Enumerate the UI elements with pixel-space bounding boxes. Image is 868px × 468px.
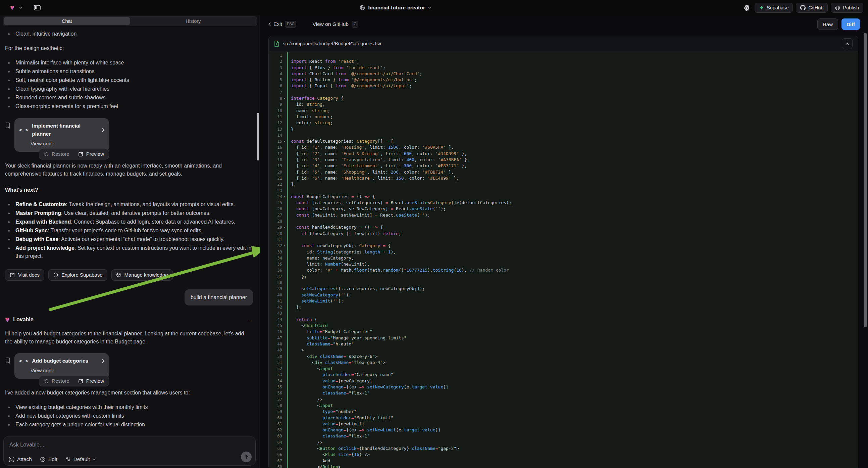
tab-history[interactable]: History (130, 17, 257, 25)
view-code-link[interactable]: View code (31, 367, 104, 375)
code-text: setNewLimit(''); (291, 298, 344, 304)
bookmark-icon[interactable] (5, 353, 10, 364)
chat-message-list[interactable]: Clean, intuitive navigationFor the desig… (0, 28, 258, 436)
lovable-avatar: ♥ (5, 316, 10, 324)
code-line: 27 const [newLimit, setNewLimit] = React… (269, 212, 858, 218)
restore-button[interactable]: Restore (44, 150, 69, 158)
project-switcher[interactable]: financial-future-creator (360, 0, 432, 16)
line-number: 30 (269, 231, 282, 237)
code-line: 63 className="flex-1" (269, 433, 858, 439)
code-diff-view[interactable]: 12import React from 'react';3import { Pl… (269, 52, 858, 468)
code-line: 53 placeholder="Category name" (269, 372, 858, 378)
code-text: id: String(categories.length + 1), (291, 249, 396, 255)
chevron-down-icon[interactable] (19, 7, 23, 9)
code-text: const [newLimit, setNewLimit] = React.us… (291, 212, 430, 218)
diff-added-bar (287, 273, 288, 280)
diff-added-bar (287, 175, 288, 181)
chat-input-box[interactable]: Ask Lovable... Attach Edit Default (3, 436, 256, 466)
chat-input-placeholder[interactable]: Ask Lovable... (9, 441, 44, 448)
line-number: 23 (269, 188, 282, 194)
chip-manage-knowledge[interactable]: Manage knowledge (112, 269, 173, 281)
line-number: 11 (269, 114, 282, 120)
fold-chevron-icon[interactable]: ▾ (282, 95, 287, 101)
tab-chat[interactable]: Chat (4, 17, 130, 25)
code-text: const BudgetCategories = () => { (291, 194, 375, 200)
view-code-link[interactable]: View code (31, 140, 104, 148)
code-line: 21 { id: '6', name: 'Healthcare', limit:… (269, 175, 858, 181)
code-text: return ( (291, 317, 317, 323)
code-text: { id: '6', name: 'Healthcare', limit: 15… (291, 175, 459, 181)
bubble-icon (53, 272, 58, 277)
code-text: className="h-auto" (291, 341, 354, 347)
line-number: 39 (269, 286, 282, 292)
mode-select[interactable]: Default (65, 456, 96, 462)
chat-scrollbar[interactable] (257, 113, 259, 160)
message-heading: What's next? (5, 186, 253, 194)
line-number: 2 (269, 58, 282, 64)
diff-added-bar (287, 397, 288, 403)
fold-chevron-icon[interactable]: ▾ (282, 224, 287, 230)
restore-button[interactable]: Restore (44, 377, 69, 385)
code-line: 15▾const defaultCategories: Category[] =… (269, 138, 858, 144)
fold-gutter (282, 433, 287, 439)
diff-added-bar (287, 237, 288, 243)
message-menu-button[interactable]: ... (247, 316, 253, 324)
code-text: { id: '1', name: 'Housing', limit: 1500,… (291, 144, 454, 150)
window-scrollbar[interactable] (864, 33, 867, 327)
diff-added-bar (287, 206, 288, 212)
edit-button[interactable]: Edit (40, 456, 57, 462)
line-number: 68 (269, 464, 282, 468)
line-number: 36 (269, 267, 282, 273)
send-button[interactable] (241, 451, 252, 462)
bookmark-icon[interactable] (5, 118, 10, 129)
preview-button[interactable]: Preview (78, 150, 104, 158)
collapse-file-button[interactable] (842, 38, 852, 49)
chip-visit-docs[interactable]: Visit docs (5, 269, 44, 281)
file-header[interactable]: src/components/budget/BudgetCategories.t… (269, 36, 858, 51)
github-button[interactable]: GitHub (796, 3, 828, 13)
fold-gutter (282, 108, 287, 114)
settings-button[interactable] (742, 3, 751, 13)
chip-explore-supabase[interactable]: Explore Supabase (48, 269, 107, 281)
fold-gutter (282, 409, 287, 415)
line-number: 33 (269, 249, 282, 255)
line-number: 4 (269, 71, 282, 77)
version-card[interactable]: < >Add budget categoriesView codeRestore… (14, 353, 109, 379)
supabase-button[interactable]: Supabase (754, 3, 793, 13)
line-number: 26 (269, 206, 282, 212)
code-text: import ChartCard from '@/components/ui/C… (291, 71, 422, 77)
code-line: 19 { id: '4', name: 'Entertainment', lim… (269, 163, 858, 169)
sidebar-toggle-button[interactable] (33, 3, 42, 13)
code-line: 6import { Input } from '@/components/ui/… (269, 83, 858, 89)
view-on-github-button[interactable]: View on GitHub G (312, 21, 358, 27)
fold-chevron-icon[interactable]: ▾ (282, 194, 287, 200)
code-line: 26 const [newCategory, setNewCategory] =… (269, 206, 858, 212)
code-line: 54 value={newCategory} (269, 378, 858, 384)
chevron-up-icon (845, 42, 849, 45)
line-number: 53 (269, 372, 282, 378)
line-number: 51 (269, 359, 282, 365)
lovable-logo-icon[interactable]: ♥ (10, 4, 14, 11)
supabase-icon (759, 5, 764, 10)
version-card[interactable]: < >Implement financial plannerView codeR… (14, 118, 109, 152)
fold-gutter (282, 273, 287, 280)
diff-toggle-button[interactable]: Diff (841, 19, 860, 30)
attach-button[interactable]: Attach (9, 456, 32, 462)
code-line: 30 if (!newCategory || !newLimit) return… (269, 231, 858, 237)
diff-added-bar (287, 286, 288, 292)
fold-gutter (282, 359, 287, 365)
code-line: 9 id: string; (269, 101, 858, 108)
target-icon (40, 457, 45, 462)
publish-button[interactable]: Publish (831, 3, 863, 13)
fold-chevron-icon[interactable]: ▾ (282, 243, 287, 249)
code-text: import React from 'react'; (291, 58, 359, 64)
exit-button[interactable]: Exit ESC (269, 21, 296, 27)
code-text: onChange={(e) => setNewCategory(e.target… (291, 384, 448, 390)
diff-added-bar (287, 317, 288, 323)
code-text: if (!newCategory || !newLimit) return; (291, 231, 401, 237)
raw-toggle-button[interactable]: Raw (817, 19, 838, 30)
diff-added-bar (287, 409, 288, 415)
preview-button[interactable]: Preview (78, 377, 104, 385)
fold-chevron-icon[interactable]: ▾ (282, 138, 287, 144)
fold-gutter (282, 114, 287, 120)
